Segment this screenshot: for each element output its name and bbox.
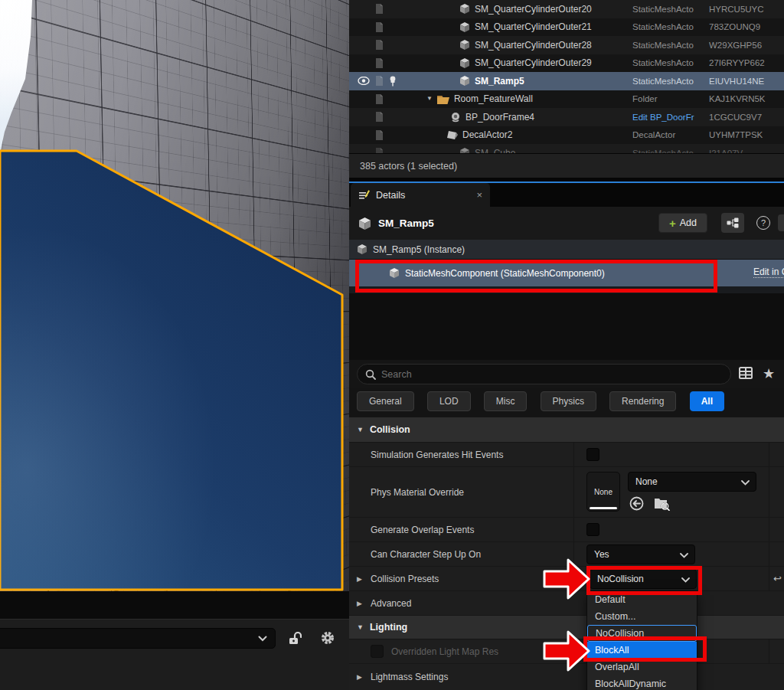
static-mesh-icon (459, 22, 470, 32)
help-button[interactable]: ? (753, 213, 773, 233)
caret-right-icon[interactable]: ▶ (357, 575, 364, 583)
search-field[interactable] (357, 364, 731, 384)
annotation-box-component (355, 260, 717, 293)
eye-icon[interactable] (358, 77, 370, 85)
outliner-row-folder[interactable]: ▼ Room_FeatureWall Folder KAJ1KVRN5K (349, 90, 784, 109)
help-icon: ? (756, 216, 770, 230)
filter-tab-physics[interactable]: Physics (541, 391, 596, 411)
add-component-button[interactable]: + Add (658, 213, 707, 233)
folder-name: Room_FeatureWall (454, 93, 533, 104)
annotation-arrow-blockall (542, 629, 591, 673)
pin-icon[interactable] (389, 76, 397, 87)
selected-ramp-mesh[interactable] (0, 0, 349, 591)
actor-name: BP_DoorFrame4 (466, 112, 534, 123)
phys-material-thumbnail[interactable]: None (586, 472, 620, 512)
table-icon (737, 365, 754, 381)
outliner-row-decal[interactable]: DecalActor2 DecalActor UYHM7TPSK (349, 126, 784, 145)
filter-tab-all[interactable]: All (690, 391, 724, 411)
folder-icon (437, 94, 449, 104)
viewport-3d-scene[interactable] (0, 0, 349, 591)
outliner-row-partial[interactable]: SM_Cube StaticMeshActo I21A07V (349, 144, 784, 153)
favorites-star-icon[interactable]: ★ (763, 365, 775, 382)
actor-type: StaticMeshActo (632, 77, 709, 86)
annotation-box-nocollision (586, 566, 702, 595)
annotation-arrow-nocollision (542, 557, 591, 601)
outliner-row-blueprint[interactable]: BP_DoorFrame4 Edit BP_DoorFr 1CGCUC9V7 (349, 108, 784, 126)
actor-count-label: 385 actors (1 selected) (360, 161, 457, 172)
prop-label: Overridden Light Map Res (391, 646, 498, 657)
actor-name: SM_QuarterCylinderOuter29 (475, 57, 592, 68)
level-viewport[interactable] (0, 0, 349, 690)
plus-icon: + (669, 217, 676, 229)
decal-actor-icon (447, 130, 458, 140)
browse-to-asset-icon[interactable] (654, 496, 670, 511)
prop-label: Phys Material Override (371, 487, 464, 498)
caret-right-icon[interactable]: ▶ (357, 673, 364, 681)
lock-icon[interactable] (284, 627, 305, 649)
outliner-row[interactable]: SM_QuarterCylinderOuter21 StaticMeshActo… (349, 18, 784, 37)
outliner-row[interactable]: SM_QuarterCylinderOuter20 StaticMeshActo… (349, 0, 784, 18)
advanced-label: Advanced (371, 598, 411, 609)
step-up-value: Yes (594, 549, 609, 560)
sim-hit-events-checkbox[interactable] (586, 448, 599, 461)
actor-name: SM_QuarterCylinderOuter20 (475, 4, 592, 15)
actor-name: SM_QuarterCylinderOuter28 (475, 40, 592, 51)
display-filter-button[interactable] (737, 365, 754, 381)
document-icon (375, 112, 384, 122)
expander-caret-icon[interactable]: ▼ (426, 96, 433, 102)
caret-right-icon[interactable]: ▶ (357, 600, 364, 607)
filter-tab-rendering[interactable]: Rendering (609, 391, 676, 411)
prop-label: Generate Overlap Events (371, 525, 474, 535)
actor-id: W29XGHP56 (709, 41, 784, 50)
actor-type: StaticMeshActo (632, 5, 709, 14)
outliner-row[interactable]: SM_QuarterCylinderOuter28 StaticMeshActo… (349, 36, 784, 54)
section-collision[interactable]: ▼ Collision (349, 417, 784, 443)
actor-id: 783ZOUNQ9 (709, 22, 784, 31)
edit-blueprint-link[interactable]: Edit BP_DoorFr (632, 113, 694, 122)
actor-id: 27I6RYYP662 (709, 58, 784, 67)
close-icon[interactable]: × (476, 189, 482, 201)
light-map-res-checkbox[interactable] (371, 645, 384, 658)
lightmass-label: Lightmass Settings (371, 672, 448, 682)
outliner-row[interactable]: SM_QuarterCylinderOuter29 StaticMeshActo… (349, 54, 784, 73)
actor-id: KAJ1KVRN5K (709, 94, 784, 103)
actor-id: UYHM7TPSK (709, 130, 784, 139)
gear-icon[interactable] (317, 627, 338, 649)
component-root-row[interactable]: SM_Ramp5 (Instance) (349, 240, 784, 260)
prop-label: Collision Presets (371, 574, 439, 584)
caret-down-icon: ▼ (357, 426, 364, 433)
section-collision-label: Collision (370, 424, 410, 435)
menu-item-blockalldynamic[interactable]: BlockAllDynamic (587, 675, 697, 690)
use-selected-asset-icon[interactable] (629, 496, 644, 511)
filter-tab-general[interactable]: General (357, 391, 414, 411)
actor-name: SM_Ramp5 (475, 76, 524, 87)
document-icon (375, 94, 384, 104)
step-up-dropdown[interactable]: Yes (586, 544, 695, 564)
outliner-row-selected[interactable]: SM_Ramp5 StaticMeshActo EIUVHU14NE (349, 72, 784, 90)
document-icon (375, 148, 384, 153)
tab-details[interactable]: Details × (351, 183, 490, 207)
tab-details-label: Details (376, 190, 470, 201)
document-icon (375, 58, 384, 68)
prop-label: Simulation Generates Hit Events (371, 450, 503, 460)
actor-name: SM_Cube (475, 148, 515, 153)
phys-material-dropdown[interactable]: None (628, 472, 756, 492)
menu-item-custom[interactable]: Custom... (587, 608, 697, 625)
actor-id: HYRCU5UYC (709, 5, 784, 14)
overlap-events-checkbox[interactable] (586, 523, 599, 536)
reset-to-default-icon[interactable]: ↩ (773, 573, 782, 584)
search-input[interactable] (381, 369, 688, 380)
edit-in-cpp-link[interactable]: Edit in C (753, 267, 784, 278)
clipped-toolbar-button[interactable] (778, 214, 784, 231)
static-mesh-icon (459, 76, 470, 86)
blueprint-graph-button[interactable] (721, 213, 744, 233)
search-icon (365, 369, 376, 380)
actor-type: DecalActor (632, 130, 709, 139)
component-root-label: SM_Ramp5 (Instance) (373, 244, 465, 255)
document-icon (375, 130, 384, 140)
static-mesh-icon (358, 217, 371, 230)
viewport-bottom-dropdown[interactable] (0, 628, 276, 649)
document-icon (375, 4, 384, 14)
filter-tab-misc[interactable]: Misc (484, 391, 528, 411)
filter-tab-lod[interactable]: LOD (427, 391, 471, 411)
